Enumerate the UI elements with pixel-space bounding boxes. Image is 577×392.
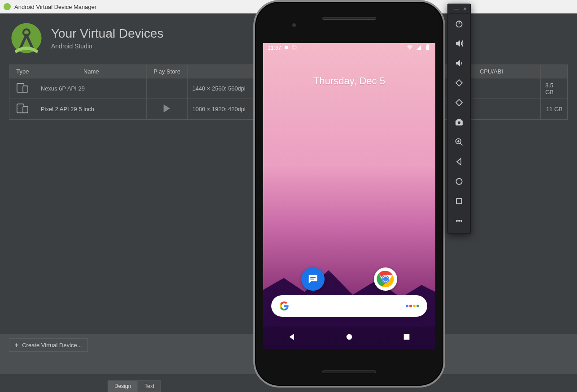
screenshot-button[interactable]	[448, 112, 470, 132]
nav-home-button[interactable]	[345, 333, 353, 343]
debug-icon	[284, 45, 289, 52]
messages-app-icon[interactable]	[301, 267, 325, 291]
page-title: Your Virtual Devices	[51, 26, 164, 41]
google-logo-icon	[279, 301, 289, 311]
svg-point-33	[458, 220, 460, 221]
close-icon[interactable]: ✕	[463, 6, 467, 11]
svg-rect-21	[456, 80, 462, 86]
battery-icon	[425, 44, 431, 52]
svg-rect-12	[310, 279, 314, 280]
home-date-widget[interactable]: Thursday, Dec 5	[263, 75, 435, 87]
svg-rect-3	[23, 86, 28, 92]
overview-button[interactable]	[448, 191, 470, 211]
phone-speaker-bottom	[322, 370, 376, 373]
svg-rect-18	[404, 334, 410, 340]
phone-speaker-top	[322, 17, 376, 20]
svg-point-17	[347, 334, 352, 340]
wifi-icon	[407, 44, 413, 52]
google-search-bar[interactable]	[271, 295, 427, 317]
create-button-label: Create Virtual Device...	[22, 342, 82, 349]
svg-point-34	[460, 220, 462, 221]
signal-icon	[416, 44, 422, 52]
play-store-cell	[147, 99, 188, 120]
device-type-icon	[16, 83, 29, 94]
settings-status-icon	[292, 45, 297, 52]
svg-rect-6	[285, 46, 288, 49]
col-header-name[interactable]: Name	[36, 65, 147, 78]
emulator-toolbar: — ✕	[447, 4, 471, 234]
more-button[interactable]	[448, 211, 470, 231]
col-header-type[interactable]: Type	[9, 65, 36, 78]
svg-point-16	[383, 277, 388, 282]
android-status-bar[interactable]: 11:37	[263, 43, 435, 53]
minimize-icon[interactable]: —	[454, 6, 459, 11]
play-store-icon	[163, 104, 171, 114]
col-header-play[interactable]: Play Store	[147, 65, 188, 78]
editor-tabs: Design Text	[108, 380, 161, 392]
device-type-icon	[16, 103, 29, 115]
svg-point-24	[458, 121, 461, 125]
window-title: Android Virtual Device Manager	[14, 4, 96, 10]
emulator-toolbar-titlebar: — ✕	[448, 4, 470, 14]
assistant-icon[interactable]	[406, 305, 419, 307]
tab-text[interactable]: Text	[138, 380, 161, 392]
play-store-cell	[147, 78, 188, 99]
volume-up-button[interactable]	[448, 34, 470, 53]
svg-rect-22	[456, 99, 462, 106]
svg-rect-11	[310, 277, 316, 278]
device-name: Pixel 2 API 29 5 inch	[36, 99, 147, 120]
volume-down-button[interactable]	[448, 53, 470, 73]
device-size: 11 GB	[541, 99, 568, 120]
home-dock	[263, 267, 435, 291]
svg-rect-31	[456, 198, 462, 204]
device-name: Nexus 6P API 29	[36, 78, 147, 99]
chrome-app-icon[interactable]	[374, 267, 397, 291]
phone-camera-dot	[292, 23, 296, 27]
rotate-right-button[interactable]	[448, 93, 470, 112]
plus-icon: +	[15, 341, 18, 349]
android-studio-logo-icon	[11, 22, 42, 54]
svg-rect-5	[23, 107, 28, 113]
tab-design[interactable]: Design	[108, 380, 138, 392]
home-button[interactable]	[448, 172, 470, 191]
rotate-left-button[interactable]	[448, 73, 470, 93]
svg-line-27	[460, 143, 463, 146]
svg-point-7	[293, 46, 296, 49]
page-subtitle: Android Studio	[51, 43, 164, 50]
android-studio-icon	[4, 3, 11, 10]
android-nav-bar	[263, 327, 435, 349]
col-header-size[interactable]	[541, 65, 568, 78]
back-button[interactable]	[448, 152, 470, 172]
svg-point-30	[456, 178, 462, 184]
device-size: 3.5 GB	[541, 78, 568, 99]
svg-point-32	[456, 220, 457, 221]
svg-rect-9	[426, 45, 429, 50]
nav-back-button[interactable]	[288, 333, 296, 343]
emulator-screen[interactable]: 11:37 Thursday, Dec 5	[263, 43, 435, 349]
create-virtual-device-button[interactable]: + Create Virtual Device...	[9, 338, 88, 352]
nav-overview-button[interactable]	[403, 333, 411, 343]
status-clock: 11:37	[268, 45, 281, 51]
emulator-phone-frame: 11:37 Thursday, Dec 5	[253, 0, 445, 388]
power-button[interactable]	[448, 14, 470, 34]
svg-rect-25	[458, 119, 461, 121]
svg-rect-10	[427, 44, 429, 45]
zoom-button[interactable]	[448, 132, 470, 152]
